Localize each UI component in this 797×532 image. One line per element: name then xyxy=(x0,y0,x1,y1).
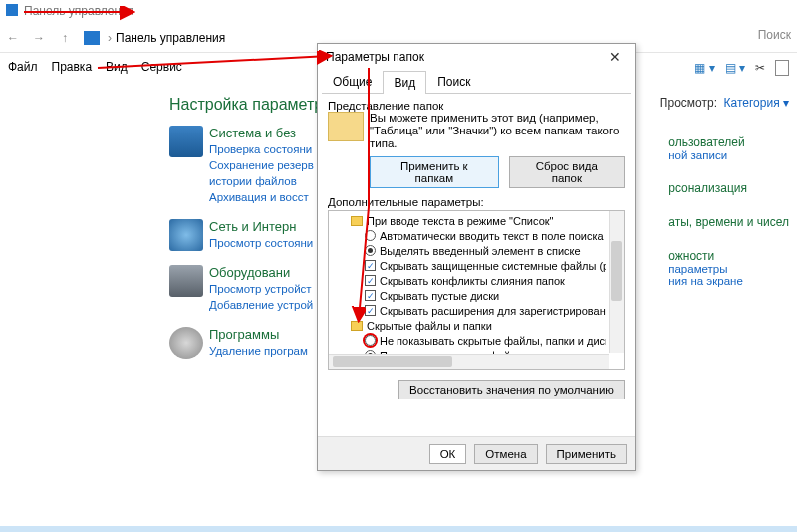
status-bar xyxy=(0,526,797,532)
